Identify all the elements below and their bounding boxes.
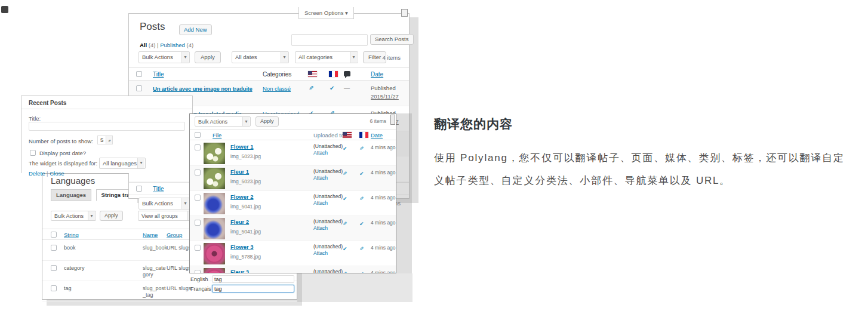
row-checkbox[interactable] [195,195,201,201]
string-name: slug_category [143,265,168,278]
english-translation-input[interactable] [212,275,294,283]
string-value: category [64,265,85,271]
row-checkbox[interactable] [195,270,201,273]
media-title-link[interactable]: Fleur 1 [230,168,249,175]
row-checkbox[interactable] [195,170,201,175]
media-apply-button[interactable]: Apply [256,116,279,127]
fr-flag-icon [359,132,368,138]
media-bulk-actions-select[interactable]: Bulk Actions [195,116,251,127]
row-checkbox[interactable] [136,85,142,91]
english-translation-icon[interactable]: ✎ [343,271,347,273]
column-string[interactable]: String [64,232,79,238]
add-new-button[interactable]: Add New [179,24,212,35]
french-translation-input[interactable] [212,285,294,292]
footer-column-title[interactable]: Title [153,186,164,192]
attach-link[interactable]: Attach [313,225,343,232]
view-all-groups-select[interactable]: View all groups [138,211,195,221]
scrollbar-thumb[interactable] [390,115,395,125]
posts-search-input[interactable] [291,34,368,46]
french-translation-icon[interactable]: ✔ [359,171,364,177]
row-checkbox[interactable] [195,220,201,226]
string-group: URL slugs [167,285,191,291]
row-checkbox[interactable] [195,144,201,150]
english-translation-icon[interactable]: ✎ [309,85,313,91]
languages-tab[interactable]: Languages [51,189,91,201]
select-all-checkbox[interactable] [136,186,142,192]
display-post-date-checkbox[interactable] [30,150,36,156]
french-translation-icon[interactable]: ✎ [359,246,364,252]
row-checkbox[interactable] [51,245,57,251]
french-translation-icon[interactable]: ✔ [359,221,364,227]
search-posts-button[interactable]: Search Posts [370,34,414,45]
media-date: 4 mins ago [371,220,396,226]
filter-published-link[interactable]: Published [160,42,185,48]
english-translation-icon[interactable]: ✎ [343,221,347,227]
posts-apply-button[interactable]: Apply [195,51,221,63]
media-title-link[interactable]: Fleur 2 [230,218,249,225]
english-translation-icon[interactable]: ✔ [343,196,347,202]
english-translation-icon[interactable]: ✎ [343,171,347,177]
column-date[interactable]: Date [371,71,383,78]
all-categories-select[interactable]: All categories [295,51,358,63]
widget-close-link[interactable]: Close [50,170,64,177]
french-translation-icon[interactable]: ✔ [330,85,334,91]
column-title[interactable]: Title [153,71,164,78]
media-thumbnail[interactable] [204,143,225,164]
widget-title-input[interactable] [29,122,185,131]
media-uploaded-cell: (Unattached)Attach [313,193,343,207]
widget-delete-link[interactable]: Delete [29,170,45,177]
attach-link[interactable]: Attach [313,250,343,257]
number-of-posts-label: Number of posts to show: [29,138,93,144]
post-title-link[interactable]: Un article avec une image non traduite [153,85,253,92]
post-category-link[interactable]: Non classé [263,85,291,92]
posts-footer-bulk-actions-select[interactable]: Bulk Actions [138,198,190,210]
media-thumbnail[interactable] [204,268,225,273]
french-translation-icon[interactable]: ✎ [359,146,364,152]
string-name: slug_book [143,245,168,251]
us-flag-icon [308,71,317,77]
row-checkbox[interactable] [51,265,57,271]
french-translation-icon[interactable]: ✎ [359,196,364,202]
attach-link[interactable]: Attach [313,175,343,181]
strings-bulk-actions-select[interactable]: Bulk Actions [51,211,96,221]
strings-apply-button[interactable]: Apply [100,211,123,221]
media-uploaded-cell: (Unattached)Attach [313,168,343,181]
french-translation-icon[interactable]: ✔ [359,271,364,273]
column-name[interactable]: Name [143,232,158,238]
number-of-posts-stepper[interactable]: 5 [97,136,113,144]
media-thumbnail[interactable] [204,193,225,214]
english-translation-icon[interactable]: ✔ [343,246,347,252]
select-all-checkbox[interactable] [136,71,142,77]
comments-bubble-icon [344,71,350,76]
select-all-checkbox[interactable] [195,132,201,138]
filter-all-link[interactable]: All [140,42,147,48]
attach-link[interactable]: Attach [313,200,343,207]
attach-link[interactable]: Attach [313,150,343,156]
media-thumbnail[interactable] [204,243,225,264]
column-file[interactable]: File [213,132,221,138]
page-canvas: Languages Languages Strings translation … [0,0,868,311]
widget-language-select[interactable]: All languages [99,158,146,169]
media-uploaded-cell: (Unattached)Attach [313,143,343,156]
media-thumbnail[interactable] [204,168,225,189]
row-checkbox[interactable] [51,285,57,291]
media-date: 4 mins ago [371,170,396,175]
english-translation-icon[interactable]: ✔ [343,146,347,152]
posts-bulk-actions-select[interactable]: Bulk Actions [138,51,190,63]
column-date[interactable]: Date [371,132,383,138]
row-checkbox[interactable] [195,245,201,251]
select-all-checkbox[interactable] [51,232,57,238]
feature-description: 翻译您的内容 使用 Polylang，您不仅可以翻译帖子、页面、媒体、类别、标签… [434,116,853,192]
screen-options-tab[interactable]: Screen Options ▾ [298,7,354,19]
media-title-link[interactable]: Flower 3 [230,244,254,250]
media-thumbnail[interactable] [204,218,225,239]
widget-header[interactable]: Recent Posts [21,96,192,109]
media-title-link[interactable]: Fleur 3 [230,269,249,273]
media-title-link[interactable]: Flower 1 [230,143,254,150]
us-flag-icon [343,132,352,138]
all-dates-select[interactable]: All dates [232,51,289,63]
column-group[interactable]: Group [167,232,182,238]
english-label: English [190,276,208,282]
posts-items-count: 4 items [382,54,401,61]
media-title-link[interactable]: Flower 2 [230,193,254,200]
